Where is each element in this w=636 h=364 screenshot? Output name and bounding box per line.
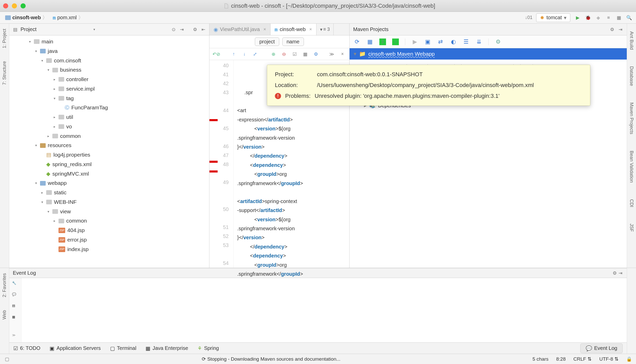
tree-node[interactable]: ▾com.cinsoft: [9, 56, 209, 65]
gear-icon[interactable]: ⚙: [612, 270, 618, 276]
stop-button[interactable]: ■: [606, 15, 611, 21]
collapse-icon[interactable]: ⇊: [476, 39, 482, 45]
project-tree[interactable]: ▾main▾java▾com.cinsoft▾business▸controll…: [9, 35, 209, 268]
tab-cinsoft-web[interactable]: mcinsoft-web×: [271, 24, 316, 35]
tree-node[interactable]: ▸controller: [9, 75, 209, 84]
tool-icon[interactable]: 🔧: [12, 281, 19, 288]
breadcrumb[interactable]: cinsoft-web〉 mpom.xml〉: [0, 12, 89, 23]
up-icon[interactable]: ↑: [231, 51, 237, 57]
gear-icon[interactable]: ⚙: [609, 27, 615, 32]
close-window[interactable]: [3, 3, 8, 8]
show-icon[interactable]: ☰: [463, 39, 469, 45]
generate-icon[interactable]: ▦: [367, 39, 373, 45]
tree-node[interactable]: ▾java: [9, 46, 209, 56]
run-button[interactable]: ▶: [575, 15, 581, 21]
tree-node[interactable]: JSPerror.jsp: [9, 235, 209, 245]
reimport-icon[interactable]: ⟳: [354, 39, 360, 45]
add-match-icon[interactable]: ⊕: [271, 51, 276, 57]
right-rail-tab[interactable]: JSF: [629, 221, 634, 234]
appservers-tab[interactable]: ▣ Application Servers: [50, 345, 101, 351]
project-view-icon[interactable]: ▤: [12, 27, 18, 32]
right-rail-tab[interactable]: Maven Projects: [629, 100, 634, 137]
layout-icon[interactable]: ▦: [616, 15, 622, 21]
select-icon[interactable]: ☑: [292, 51, 297, 57]
maven-root[interactable]: 📁 cinsoft-web Maven Webapp: [350, 48, 627, 60]
find-all-icon[interactable]: ⤢: [252, 51, 258, 57]
web-tab[interactable]: Web: [2, 308, 7, 322]
structure-tool-tab[interactable]: 7: Structure: [2, 59, 7, 88]
status-enc[interactable]: UTF-8 ⇅: [599, 356, 619, 362]
more-icon[interactable]: ≫: [329, 51, 335, 57]
zoom-window[interactable]: [21, 3, 26, 8]
update-icon[interactable]: ↓01: [526, 15, 532, 21]
status-le[interactable]: CRLF ⇅: [573, 356, 592, 362]
tree-node[interactable]: ▾WEB-INF: [9, 197, 209, 207]
close-icon[interactable]: ×: [309, 27, 312, 32]
favorites-tab[interactable]: 2: Favorites: [2, 271, 7, 300]
tree-node[interactable]: ▾main: [9, 37, 209, 46]
project-view-combo[interactable]: [93, 27, 95, 31]
tree-node[interactable]: JSPindex.jsp: [9, 245, 209, 254]
toggle-icon[interactable]: ⇄: [437, 39, 444, 45]
close-icon[interactable]: ×: [263, 27, 266, 32]
hide-icon[interactable]: ⇥: [618, 270, 623, 276]
collapse-icon[interactable]: ⇥: [179, 27, 185, 32]
tree-node[interactable]: ▸common: [9, 131, 209, 141]
list-icon[interactable]: ▤: [12, 304, 19, 310]
grid-icon[interactable]: ▦: [12, 315, 19, 322]
tree-node[interactable]: ▸common: [9, 216, 209, 226]
skip-icon[interactable]: ◐: [450, 39, 457, 45]
remove-match-icon[interactable]: ⊖: [281, 51, 287, 57]
tab-viewpathutil[interactable]: ◉ViewPathUtil.java×: [209, 24, 271, 35]
tree-node[interactable]: ▾business: [9, 65, 209, 75]
tree-node[interactable]: ▾tag: [9, 94, 209, 103]
run-icon[interactable]: ▶: [411, 39, 418, 45]
balloon-icon[interactable]: 💬: [12, 292, 19, 299]
right-rail-tab[interactable]: CDI: [629, 197, 634, 210]
tree-node[interactable]: ▸vo: [9, 122, 209, 131]
filter-icon[interactable]: ▦: [303, 51, 308, 57]
gear-icon[interactable]: ⚙: [192, 27, 198, 32]
down-icon[interactable]: ↓: [242, 51, 247, 57]
add-icon[interactable]: ＋: [392, 39, 399, 45]
more-icon[interactable]: ≫: [12, 333, 19, 340]
spring-tab[interactable]: ⚘ Spring: [197, 345, 219, 351]
tree-node[interactable]: ▾view: [9, 207, 209, 216]
back-icon[interactable]: ↶⊘: [214, 51, 219, 57]
tree-node[interactable]: ▾webapp: [9, 178, 209, 188]
download-icon[interactable]: ⬇: [379, 39, 386, 45]
tree-node[interactable]: ▸static: [9, 188, 209, 197]
locate-icon[interactable]: ⊙: [171, 27, 176, 32]
pill-project[interactable]: project: [255, 37, 279, 46]
tree-node[interactable]: ▸service.impl: [9, 84, 209, 94]
pill-name[interactable]: name: [282, 37, 304, 46]
coverage-button[interactable]: ◆: [595, 15, 601, 21]
hide-icon[interactable]: ⇤: [200, 27, 206, 32]
structure-badge[interactable]: ▾≡ 3: [316, 24, 334, 35]
tree-node[interactable]: ▤log4j.properties: [9, 150, 209, 160]
settings-icon[interactable]: ⚙: [313, 51, 319, 57]
tree-node[interactable]: ▾resources: [9, 141, 209, 150]
tree-node[interactable]: ▸util: [9, 112, 209, 122]
debug-button[interactable]: 🐞: [585, 15, 591, 21]
tree-node[interactable]: ◆springMVC.xml: [9, 169, 209, 179]
tree-node[interactable]: JSP404.jsp: [9, 226, 209, 235]
right-rail-tab[interactable]: Bean Validation: [629, 148, 634, 185]
tree-node[interactable]: ⒸFuncParamTag: [9, 103, 209, 112]
status-icon[interactable]: ▢: [4, 356, 10, 362]
todo-tab[interactable]: ☑ 6: TODO: [13, 345, 40, 351]
tree-node[interactable]: ◆spring_redis.xml: [9, 160, 209, 169]
search-icon[interactable]: 🔍: [626, 15, 632, 21]
minimize-window[interactable]: [12, 3, 17, 8]
exec-icon[interactable]: ▣: [424, 39, 431, 45]
run-config-combo[interactable]: ✹tomcat: [536, 13, 570, 22]
settings-icon[interactable]: ⚙: [495, 39, 502, 45]
close-find-icon[interactable]: ×: [340, 51, 345, 57]
javaee-tab[interactable]: ▦ Java Enterprise: [146, 345, 188, 351]
project-tool-tab[interactable]: 1: Project: [2, 26, 7, 51]
inspect-icon[interactable]: 🔒: [626, 356, 632, 362]
terminal-tab[interactable]: ▢ Terminal: [110, 345, 137, 351]
hide-icon[interactable]: ⇥: [618, 27, 623, 32]
right-rail-tab[interactable]: Ant Build: [629, 29, 634, 52]
event-log-button[interactable]: 💬 Event Log: [580, 343, 623, 353]
